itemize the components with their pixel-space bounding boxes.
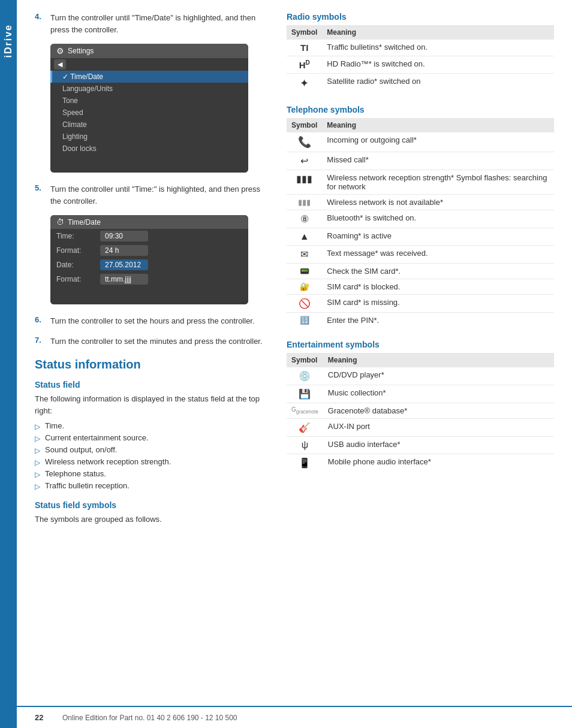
symbol-signal: ▮▮▮ [287, 170, 322, 195]
main-content: 4. Turn the controller until "Time/Date"… [17, 0, 572, 541]
table-row: 📞 Incoming or outgoing call* [287, 132, 554, 152]
symbol-sms: ✉ [287, 246, 322, 264]
symbol-music: 💾 [287, 385, 323, 403]
settings-title-bar: ⚙ Settings [50, 44, 248, 58]
meaning-aux: AUX-IN port [323, 419, 554, 437]
table-row: TI Traffic bulletins* switched on. [287, 40, 554, 56]
footer: 22 Online Edition for Part no. 01 40 2 6… [17, 706, 572, 728]
symbol-check-sim: 📟 [287, 264, 322, 279]
status-field-text: The following information is displayed i… [35, 393, 269, 416]
bullet-arrow: ▷ [35, 434, 40, 443]
status-field-symbols-text: The symbols are grouped as follows. [35, 513, 269, 525]
table-row: ✉ Text message* was received. [287, 246, 554, 264]
radio-col-meaning: Meaning [322, 25, 554, 40]
symbol-sim-blocked: 🔐 [287, 279, 322, 295]
table-row: Ggracenote Gracenote® database* [287, 403, 554, 419]
settings-item-timedate[interactable]: Time/Date [50, 71, 248, 83]
settings-item-doorlocks[interactable]: Door locks [50, 143, 248, 155]
format1-value: 24 h [100, 245, 148, 256]
table-row: 🚫 SIM card* is missing. [287, 295, 554, 313]
meaning-roaming: Roaming* is active [322, 228, 554, 246]
telephone-symbols-table: Symbol Meaning 📞 Incoming or outgoing ca… [287, 118, 554, 328]
settings-item-language[interactable]: Language/Units [50, 83, 248, 95]
format2-value: tt.mm.jjjj [100, 274, 148, 285]
status-field-symbols-heading: Status field symbols [35, 500, 269, 510]
nav-arrows: ◀ [50, 58, 248, 71]
list-item: ▷Time. [35, 420, 269, 432]
step-5-text: Turn the controller until "Time:" is hig… [50, 183, 269, 207]
left-column: 4. Turn the controller until "Time/Date"… [35, 12, 269, 529]
table-row: 💿 CD/DVD player* [287, 367, 554, 385]
radio-symbols-table: Symbol Meaning TI Traffic bulletins* swi… [287, 25, 554, 93]
settings-item-climate[interactable]: Climate [50, 119, 248, 131]
table-row: HD HD Radio™* is switched on. [287, 56, 554, 74]
timedate-title: Time/Date [68, 218, 101, 226]
ent-col-meaning: Meaning [323, 353, 554, 367]
step-4-number: 4. [35, 12, 44, 35]
settings-title: Settings [68, 47, 94, 55]
radio-symbols-section: Radio symbols Symbol Meaning TI Traffic … [287, 12, 554, 93]
table-row: 📟 Check the SIM card*. [287, 264, 554, 279]
tel-col-symbol: Symbol [287, 118, 322, 132]
status-field-list: ▷Time. ▷Current entertainment source. ▷S… [35, 420, 269, 492]
step-6-number: 6. [35, 315, 44, 327]
meaning-cd: CD/DVD player* [323, 367, 554, 385]
meaning-satellite: Satellite radio* switched on [322, 74, 554, 93]
bullet-arrow: ▷ [35, 446, 40, 455]
time-value: 09:30 [100, 231, 148, 241]
list-item: ▷Sound output, on/off. [35, 444, 269, 456]
meaning-signal: Wireless network reception strength* Sym… [322, 170, 554, 195]
step-7: 7. Turn the controller to set the minute… [35, 336, 269, 348]
timedate-box: ⏱ Time/Date Time: 09:30 Format: 24 h Dat… [50, 215, 248, 304]
meaning-music: Music collection* [323, 385, 554, 403]
table-row: ψ USB audio interface* [287, 437, 554, 454]
radio-symbols-heading: Radio symbols [287, 12, 554, 22]
page-number: 22 [35, 713, 53, 722]
list-item: ▷Traffic bulletin reception. [35, 480, 269, 492]
bullet-arrow: ▷ [35, 482, 40, 491]
symbol-bluetooth: ⑧ [287, 210, 322, 228]
left-arrow[interactable]: ◀ [54, 59, 66, 70]
entertainment-symbols-section: Entertainment symbols Symbol Meaning 💿 C… [287, 340, 554, 472]
time-label: Time: [56, 232, 95, 240]
step-6-text: Turn the controller to set the hours and… [50, 315, 255, 327]
tel-col-meaning: Meaning [322, 118, 554, 132]
entertainment-symbols-table: Symbol Meaning 💿 CD/DVD player* 💾 Music … [287, 353, 554, 472]
meaning-sim-blocked: SIM card* is blocked. [322, 279, 554, 295]
symbol-hd: HD [287, 56, 322, 74]
radio-col-symbol: Symbol [287, 25, 322, 40]
table-row: 🔢 Enter the PIN*. [287, 313, 554, 328]
status-field-heading: Status field [35, 380, 269, 389]
bullet-arrow: ▷ [35, 422, 40, 431]
meaning-usb: USB audio interface* [323, 437, 554, 454]
step-6: 6. Turn the controller to set the hours … [35, 315, 269, 327]
entertainment-symbols-heading: Entertainment symbols [287, 340, 554, 349]
settings-box: ⚙ Settings ◀ Time/Date Language/Units To… [50, 44, 248, 173]
date-value: 27.05.2012 [100, 259, 148, 270]
right-column: Radio symbols Symbol Meaning TI Traffic … [287, 12, 554, 529]
telephone-symbols-heading: Telephone symbols [287, 105, 554, 114]
step-4: 4. Turn the controller until "Time/Date"… [35, 12, 269, 35]
step-7-number: 7. [35, 336, 44, 348]
table-row: ▲ Roaming* is active [287, 228, 554, 246]
symbol-roaming: ▲ [287, 228, 322, 246]
table-row: ⑧ Bluetooth* is switched on. [287, 210, 554, 228]
list-item: ▷Current entertainment source. [35, 432, 269, 444]
status-section-heading: Status information [35, 358, 269, 371]
timedate-row-time: Time: 09:30 [50, 229, 248, 243]
table-row: 🔐 SIM card* is blocked. [287, 279, 554, 295]
timedate-row-format2: Format: tt.mm.jjjj [50, 272, 248, 286]
settings-item-tone[interactable]: Tone [50, 95, 248, 107]
table-row: ▮▮▮ Wireless network is not available* [287, 195, 554, 210]
settings-item-speed[interactable]: Speed [50, 107, 248, 119]
meaning-bluetooth: Bluetooth* is switched on. [322, 210, 554, 228]
meaning-hd: HD Radio™* is switched on. [322, 56, 554, 74]
meaning-ti: Traffic bulletins* switched on. [322, 40, 554, 56]
symbol-ti: TI [287, 40, 322, 56]
symbol-aux: 🎸 [287, 419, 323, 437]
table-row: ✦ Satellite radio* switched on [287, 74, 554, 93]
sidebar: iDrive [0, 0, 17, 728]
meaning-gracenote: Gracenote® database* [323, 403, 554, 419]
list-item: ▷Telephone status. [35, 468, 269, 480]
settings-item-lighting[interactable]: Lighting [50, 131, 248, 143]
